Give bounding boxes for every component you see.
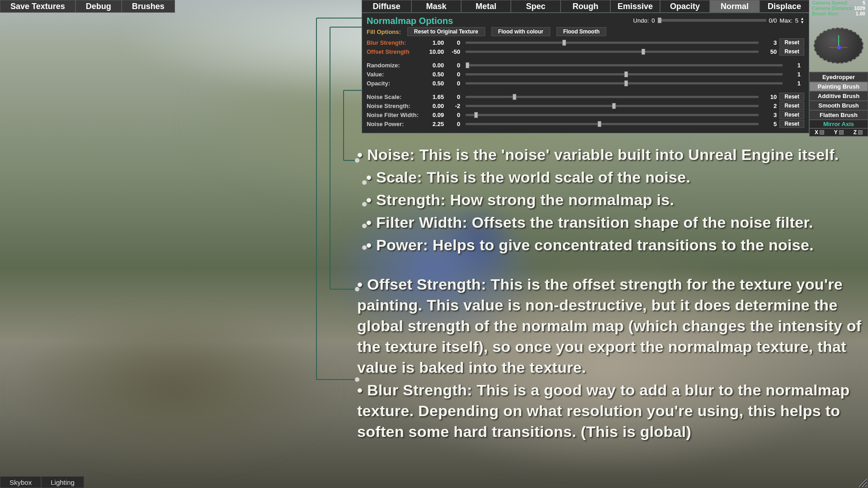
option-slider[interactable] [466, 73, 783, 75]
mirror-axis-z[interactable]: Z [854, 129, 863, 136]
option-min: 0 [447, 62, 460, 69]
reset-original-texture-button[interactable]: Reset to Original Texture [407, 27, 485, 36]
tab-spec[interactable]: Spec [511, 0, 561, 13]
option-value: 0.00 [424, 103, 444, 109]
brush-smooth-brush[interactable]: Smooth Brush [809, 101, 868, 110]
option-row: Noise Strength:0.00-22Reset [367, 101, 804, 110]
option-max: 2 [764, 103, 777, 109]
option-max: 50 [764, 48, 777, 55]
option-slider[interactable] [466, 51, 759, 53]
option-max: 3 [764, 112, 777, 118]
camera-speed-value: 5 [863, 0, 865, 5]
brush-flatten-brush[interactable]: Flatten Brush [809, 110, 868, 120]
reset-button[interactable]: Reset [779, 47, 804, 56]
option-label: Noise Strength: [367, 103, 421, 109]
reset-button[interactable]: Reset [779, 38, 804, 47]
tab-opacity[interactable]: Opacity [660, 0, 710, 13]
reset-button[interactable]: Reset [779, 120, 804, 128]
option-row: Noise Filter Width:0.0903Reset [367, 110, 804, 119]
option-label: Noise Power: [367, 121, 421, 127]
option-value: 0.50 [424, 80, 444, 87]
option-max: 1 [788, 62, 801, 69]
option-min: 0 [447, 121, 460, 127]
undo-stepper-icon[interactable]: ▴▾ [801, 17, 803, 24]
undo-slider[interactable] [658, 19, 766, 22]
option-min: 0 [447, 112, 460, 118]
mirror-axis-x[interactable]: X [815, 129, 824, 136]
camera-distance-value: 1029 [854, 5, 865, 11]
brush-additive-brush[interactable]: Additive Brush [809, 91, 868, 101]
option-slider[interactable] [466, 82, 783, 84]
option-max: 1 [788, 80, 801, 87]
save-textures-button[interactable]: Save Textures [0, 0, 75, 13]
camera-distance-label: Camera Distance: [812, 5, 854, 11]
option-slider[interactable] [466, 64, 783, 66]
option-label: Offset Strength [367, 48, 421, 55]
option-label: Opacity: [367, 80, 421, 87]
option-max: 10 [764, 94, 777, 100]
undo-row: Undo: 0 0/0 Max: 5 ▴▾ [633, 17, 803, 24]
tab-normal[interactable]: Normal [710, 0, 760, 13]
tab-displace[interactable]: Displace [760, 0, 809, 13]
option-min: 0 [447, 94, 460, 100]
option-max: 3 [764, 39, 777, 46]
option-value: 0.09 [424, 112, 444, 118]
option-label: Randomize: [367, 62, 421, 69]
option-slider[interactable] [466, 114, 759, 116]
lighting-button[interactable]: Lighting [41, 476, 84, 488]
option-min: 0 [447, 39, 460, 46]
brush-list: EyedropperPainting BrushAdditive BrushSm… [809, 72, 868, 136]
checkbox-icon[interactable] [858, 130, 863, 135]
checkbox-icon[interactable] [839, 130, 844, 135]
option-label: Blur Strength: [367, 39, 421, 46]
option-row: Opacity:0.5001 [367, 79, 801, 88]
brush-size-label: Brush Size: [812, 11, 840, 16]
option-min: -50 [447, 48, 460, 55]
option-slider[interactable] [466, 96, 759, 98]
option-value: 1.65 [424, 94, 444, 100]
option-value: 10.00 [424, 48, 444, 55]
tab-metal[interactable]: Metal [461, 0, 511, 13]
top-menu: Save Textures Debug Brushes [0, 0, 175, 13]
option-slider[interactable] [466, 105, 759, 107]
debug-button[interactable]: Debug [75, 0, 122, 13]
fill-options-row: Fill Options: Reset to Original Texture … [367, 27, 804, 36]
undo-max: 5 [795, 17, 798, 24]
brush-painting-brush[interactable]: Painting Brush [809, 82, 868, 91]
option-min: -2 [447, 103, 460, 109]
reset-button[interactable]: Reset [779, 93, 804, 101]
option-slider[interactable] [466, 42, 759, 44]
option-slider[interactable] [466, 123, 759, 125]
flood-smooth-button[interactable]: Flood Smooth [557, 27, 607, 36]
fill-options-label: Fill Options: [367, 28, 401, 35]
checkbox-icon[interactable] [820, 130, 824, 135]
normalmap-options-panel: Normalmap Options Undo: 0 0/0 Max: 5 ▴▾ … [362, 13, 809, 133]
option-label: Value: [367, 71, 421, 78]
tab-emissive[interactable]: Emissive [610, 0, 660, 13]
annotations: • Noise: This is the 'noise' variable bu… [357, 145, 862, 444]
undo-max-label: Max: [780, 17, 793, 24]
camera-info: Camera Speed:5 Camera Distance:1029 Brus… [809, 0, 868, 16]
option-row: Offset Strength10.00-5050Reset [367, 47, 804, 56]
brush-eyedropper[interactable]: Eyedropper [809, 72, 868, 82]
flood-with-colour-button[interactable]: Flood with colour [491, 27, 550, 36]
tab-diffuse[interactable]: Diffuse [362, 0, 411, 13]
bottom-menu: Skybox Lighting [0, 476, 84, 488]
brushes-button[interactable]: Brushes [122, 0, 175, 13]
brush-size-value: 1.00 [856, 11, 865, 16]
orientation-sphere-icon [814, 28, 863, 64]
mirror-axis-y[interactable]: Y [834, 129, 844, 136]
channel-tabs: DiffuseMaskMetalSpecRoughEmissiveOpacity… [362, 0, 809, 13]
brush-panel: EyedropperPainting BrushAdditive BrushSm… [809, 19, 868, 136]
option-label: Noise Scale: [367, 94, 421, 100]
tab-rough[interactable]: Rough [561, 0, 610, 13]
option-min: 0 [447, 80, 460, 87]
skybox-button[interactable]: Skybox [0, 476, 41, 488]
tab-mask[interactable]: Mask [411, 0, 461, 13]
orientation-gizmo[interactable] [809, 19, 868, 72]
mirror-axis-label: Mirror Axis [809, 120, 868, 128]
reset-button[interactable]: Reset [779, 102, 804, 110]
undo-label: Undo: [633, 17, 649, 24]
reset-button[interactable]: Reset [779, 111, 804, 119]
option-label: Noise Filter Width: [367, 112, 421, 118]
